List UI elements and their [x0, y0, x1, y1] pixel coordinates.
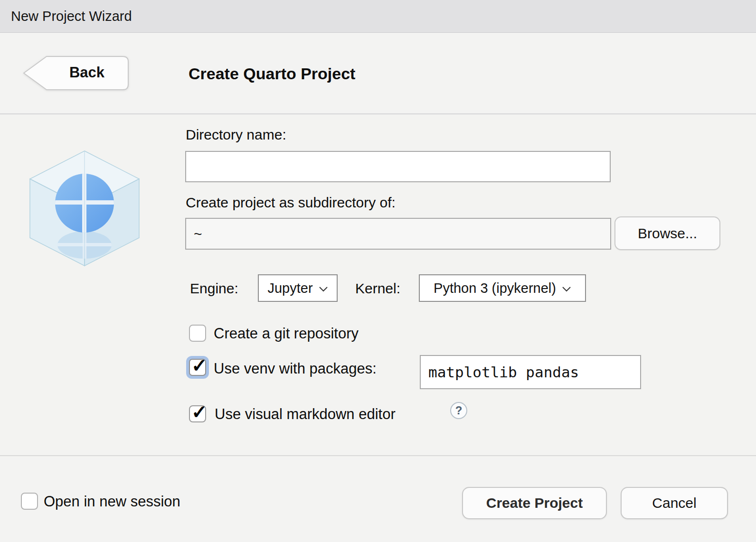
git-repository-checkbox[interactable]: ✓ [189, 325, 206, 342]
wizard-body: Directory name: Create project as subdir… [0, 114, 756, 456]
page-title: Create Quarto Project [189, 56, 355, 91]
back-button[interactable]: Back [23, 56, 129, 90]
chevron-down-icon [319, 285, 328, 291]
venv-checkbox-focus-ring: ✓ [186, 356, 209, 379]
venv-packages-input[interactable] [420, 355, 641, 389]
open-in-new-session-label: Open in new session [44, 492, 180, 511]
titlebar: New Project Wizard [0, 0, 756, 33]
kernel-select-value: Python 3 (ipykernel) [434, 280, 556, 296]
subdirectory-label: Create project as subdirectory of: [186, 195, 396, 211]
visual-markdown-editor-checkbox[interactable]: ✓ [189, 405, 206, 422]
help-icon[interactable]: ? [450, 402, 467, 419]
checkmark-icon: ✓ [191, 402, 208, 421]
visual-markdown-editor-label: Use visual markdown editor [215, 405, 396, 424]
directory-name-input[interactable] [185, 151, 611, 182]
subdirectory-input[interactable] [185, 218, 611, 250]
use-venv-label: Use venv with packages: [214, 359, 377, 378]
engine-select[interactable]: Jupyter [258, 274, 338, 302]
quarto-logo-icon [21, 147, 148, 268]
checkmark-icon: ✓ [191, 356, 208, 375]
cancel-button[interactable]: Cancel [621, 487, 728, 519]
open-in-new-session-checkbox[interactable]: ✓ [21, 493, 38, 510]
wizard-footer: ✓ Open in new session Create Project Can… [0, 457, 756, 542]
git-repository-label: Create a git repository [214, 324, 359, 343]
browse-button[interactable]: Browse... [614, 216, 720, 250]
new-project-wizard-dialog: New Project Wizard Back Create Quarto Pr… [0, 0, 756, 542]
create-project-button[interactable]: Create Project [462, 487, 607, 519]
engine-select-value: Jupyter [267, 280, 312, 296]
window-title: New Project Wizard [11, 0, 132, 32]
kernel-label: Kernel: [355, 280, 400, 297]
kernel-select[interactable]: Python 3 (ipykernel) [419, 274, 586, 302]
engine-label: Engine: [190, 280, 238, 297]
back-button-label: Back [45, 56, 129, 90]
use-venv-checkbox[interactable]: ✓ [189, 359, 206, 376]
chevron-down-icon [562, 285, 571, 291]
directory-name-label: Directory name: [186, 127, 286, 143]
wizard-header: Back Create Quarto Project [0, 33, 756, 114]
